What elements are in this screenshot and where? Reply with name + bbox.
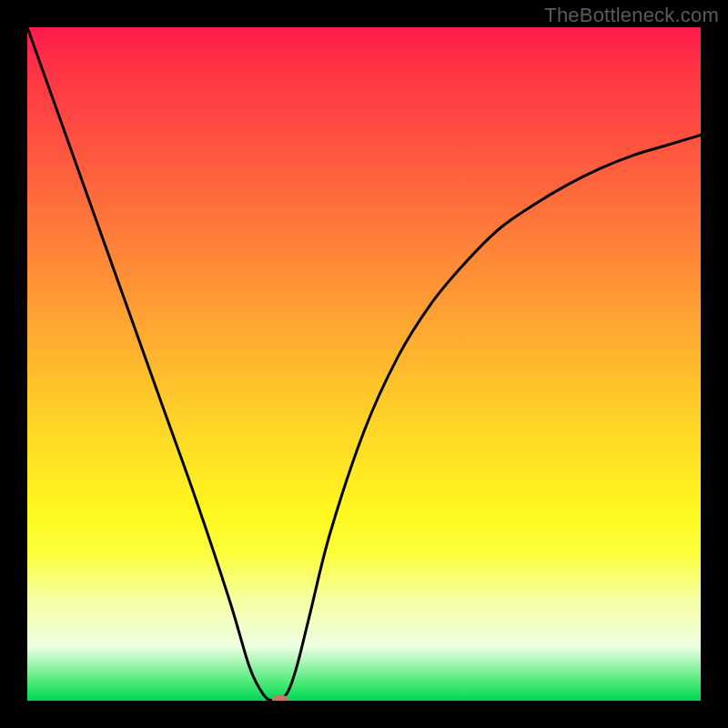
- bottleneck-curve: [27, 27, 701, 701]
- watermark-text: TheBottleneck.com: [544, 4, 719, 27]
- optimal-point-marker: [272, 695, 288, 702]
- plot-area: [27, 27, 701, 701]
- chart-frame: TheBottleneck.com: [0, 0, 728, 728]
- curve-svg: [27, 27, 701, 701]
